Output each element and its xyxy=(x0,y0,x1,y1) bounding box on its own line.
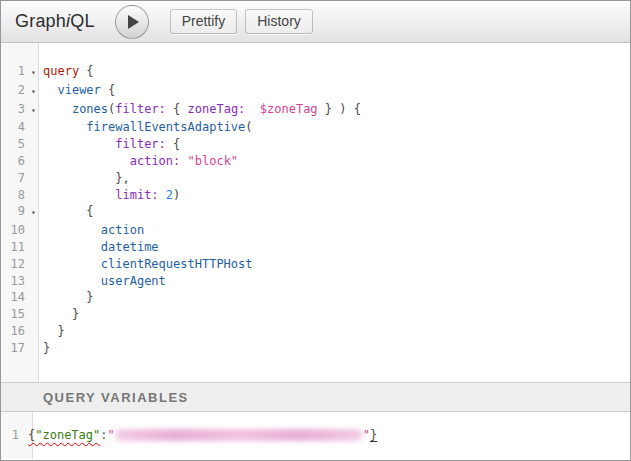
code-line[interactable]: 12 clientRequestHTTPHost xyxy=(1,256,630,273)
code-token xyxy=(43,223,101,237)
code-text: }, xyxy=(39,170,130,187)
code-token xyxy=(43,274,101,288)
fold-arrow-icon[interactable]: ▾ xyxy=(28,205,39,222)
code-line[interactable]: 5 filter: { xyxy=(1,136,630,153)
code-line[interactable]: 17} xyxy=(1,340,630,357)
code-token xyxy=(43,324,57,338)
code-token: datetime xyxy=(101,240,159,254)
code-line[interactable]: 8 limit: 2) xyxy=(1,187,630,204)
line-number: 15 xyxy=(1,306,28,323)
code-token xyxy=(43,240,101,254)
fold-arrow-icon[interactable]: ▾ xyxy=(28,65,39,82)
code-token xyxy=(180,154,187,168)
logo-text-ql: QL xyxy=(70,11,94,31)
code-text: limit: 2) xyxy=(39,187,180,204)
code-text: query { xyxy=(39,63,94,80)
code-line[interactable]: 15 } xyxy=(1,306,630,323)
code-token: firewallEventsAdaptive xyxy=(86,120,245,134)
line-number: 11 xyxy=(1,239,28,256)
code-token xyxy=(43,120,86,134)
code-text: zones(filter: { zoneTag: $zoneTag } ) { xyxy=(39,101,361,118)
line-number: 6 xyxy=(1,153,28,170)
line-number: 14 xyxy=(1,289,28,306)
line-number: 2 xyxy=(1,82,28,99)
code-text: } xyxy=(39,306,79,323)
code-token: limit: xyxy=(115,188,158,202)
code-line[interactable]: 3▾ zones(filter: { zoneTag: $zoneTag } )… xyxy=(1,101,630,120)
code-line[interactable]: 1▾query { xyxy=(1,63,630,82)
code-token xyxy=(43,257,101,271)
code-token: } xyxy=(86,290,93,304)
fold-arrow-icon[interactable]: ▾ xyxy=(28,103,39,120)
code-token: : xyxy=(100,428,107,442)
code-line[interactable]: 16 } xyxy=(1,323,630,340)
code-token: } xyxy=(43,341,50,355)
code-text: filter: { xyxy=(39,136,180,153)
code-text: datetime xyxy=(39,239,159,256)
code-token: } xyxy=(72,307,79,321)
code-token: action: xyxy=(130,154,181,168)
line-number: 10 xyxy=(1,222,28,239)
code-token: viewer xyxy=(57,83,100,97)
query-editor[interactable]: 1▾query {2▾ viewer {3▾ zones(filter: { z… xyxy=(1,43,630,382)
code-token xyxy=(43,83,57,97)
code-line[interactable]: 7 }, xyxy=(1,170,630,187)
line-number: 3 xyxy=(1,101,28,118)
query-variables-titlebar[interactable]: QUERY VARIABLES xyxy=(1,382,630,412)
code-line[interactable]: 13 userAgent xyxy=(1,273,630,290)
code-token: { xyxy=(101,83,115,97)
code-token: action xyxy=(101,223,144,237)
prettify-button[interactable]: Prettify xyxy=(170,9,238,34)
code-line[interactable]: 10 action xyxy=(1,222,630,239)
fold-arrow-icon[interactable]: ▾ xyxy=(28,84,39,101)
line-number: 9 xyxy=(1,203,28,220)
line-number: 1 xyxy=(1,63,28,80)
code-token: $zoneTag xyxy=(260,102,318,116)
code-token: } xyxy=(370,428,377,442)
code-token xyxy=(43,307,72,321)
code-text: { xyxy=(39,203,94,220)
code-token: { xyxy=(166,137,180,151)
graphiql-logo: GraphiQL xyxy=(15,11,95,32)
line-number: 7 xyxy=(1,170,28,187)
code-token xyxy=(43,204,86,218)
line-number: 1 xyxy=(1,427,25,444)
play-icon xyxy=(128,15,139,29)
code-token: zoneTag: xyxy=(188,102,246,116)
code-token: filter: xyxy=(115,102,166,116)
graphiql-window: GraphiQL Prettify History 1▾query {2▾ vi… xyxy=(0,0,631,461)
code-line[interactable]: 11 datetime xyxy=(1,239,630,256)
code-token: filter: xyxy=(115,137,166,151)
code-token xyxy=(43,171,115,185)
code-token: { xyxy=(79,64,93,78)
line-number: 13 xyxy=(1,273,28,290)
code-text: firewallEventsAdaptive( xyxy=(39,119,253,136)
redacted-value xyxy=(115,429,363,441)
code-token xyxy=(43,188,115,202)
execute-query-button[interactable] xyxy=(115,5,149,39)
code-token: query xyxy=(43,64,79,78)
code-text: {"zoneTag":""} xyxy=(25,427,377,444)
code-token: "block" xyxy=(188,154,239,168)
code-line[interactable]: 14 } xyxy=(1,289,630,306)
code-token xyxy=(43,102,72,116)
code-text: clientRequestHTTPHost xyxy=(39,256,253,273)
code-token: zones xyxy=(72,102,108,116)
line-number: 17 xyxy=(1,340,28,357)
history-button[interactable]: History xyxy=(245,9,313,34)
code-token: "zoneTag" xyxy=(35,428,100,442)
code-token: " xyxy=(108,428,115,442)
code-line[interactable]: 4 firewallEventsAdaptive( xyxy=(1,119,630,136)
code-text: userAgent xyxy=(39,273,166,290)
code-line[interactable]: 1{"zoneTag":""} xyxy=(1,427,630,444)
line-number: 4 xyxy=(1,119,28,136)
line-number: 5 xyxy=(1,136,28,153)
code-token: }, xyxy=(115,171,129,185)
code-token xyxy=(43,154,130,168)
code-token: userAgent xyxy=(101,274,166,288)
code-line[interactable]: 9▾ { xyxy=(1,203,630,222)
code-line[interactable]: 6 action: "block" xyxy=(1,153,630,170)
code-line[interactable]: 2▾ viewer { xyxy=(1,82,630,101)
code-token: { xyxy=(166,102,188,116)
variables-editor[interactable]: 1{"zoneTag":""} xyxy=(1,412,630,459)
